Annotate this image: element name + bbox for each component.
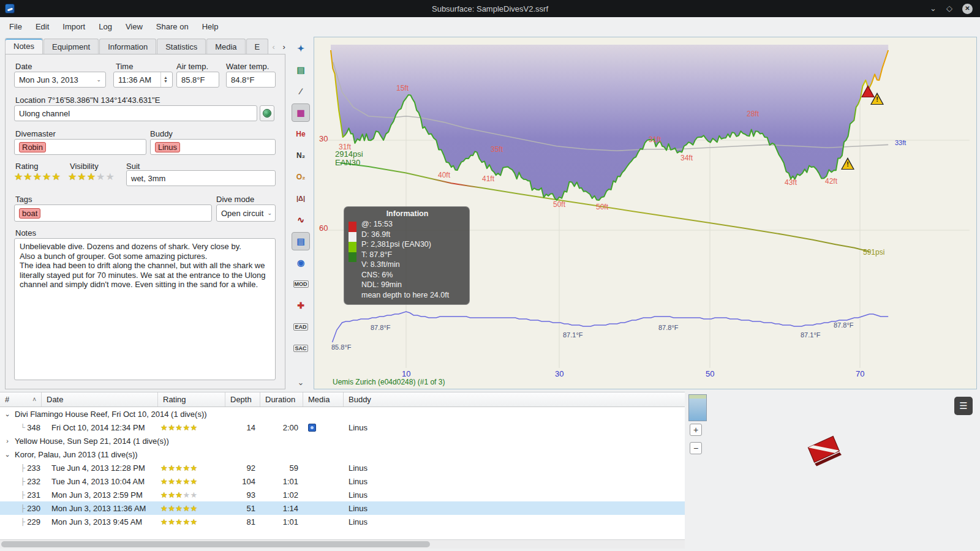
close-button[interactable]: ✕ — [962, 4, 973, 14]
picture-icon[interactable]: ▤ — [292, 61, 310, 79]
maximize-button[interactable]: ◇ — [946, 4, 952, 13]
menu-edit[interactable]: Edit — [29, 18, 56, 35]
dive-row[interactable]: ├233 Tue Jun 4, 2013 12:28 PM ★★★★★ 92 5… — [0, 461, 685, 474]
notes-label: Notes — [15, 228, 36, 238]
col-buddy[interactable]: Buddy — [344, 392, 685, 407]
photos-indicator-icon[interactable] — [308, 424, 316, 432]
map-menu-button[interactable]: ☰ — [954, 397, 973, 415]
gas-drop-icon[interactable]: ◉ — [292, 253, 310, 272]
dive-flag-marker[interactable] — [805, 433, 847, 471]
water-temp-field[interactable]: 84.8°F — [226, 72, 276, 88]
col-rating[interactable]: Rating — [158, 392, 225, 407]
minimize-button[interactable]: ⌄ — [930, 4, 937, 13]
col-duration[interactable]: Duration — [260, 392, 303, 407]
date-combobox[interactable]: Mon Jun 3, 2013 ⌄ — [14, 72, 106, 88]
rating-stars[interactable]: ★★★★★ — [14, 171, 61, 182]
tree-branch: ├ — [21, 478, 26, 485]
dive-row[interactable]: ├229 Mon Jun 3, 2013 9:45 AM ★★★★★ 81 1:… — [0, 515, 685, 528]
trip-row[interactable]: › Yellow House, Sun Sep 21, 2014 (1 dive… — [0, 434, 685, 448]
trip-row[interactable]: ⌄ Koror, Palau, Jun 2013 (11 dive(s)) — [0, 448, 685, 461]
ead-icon[interactable]: EAD — [292, 318, 310, 336]
notes-textarea[interactable]: Unbelievable dive. Dozens and dozens of … — [14, 238, 276, 380]
tags-input[interactable]: boat — [14, 204, 212, 222]
dive-mode-select[interactable]: Open circuit ⌄ — [216, 204, 276, 222]
ruler-icon[interactable]: ∕ — [292, 82, 310, 100]
tab-statistics[interactable]: Statistics — [157, 39, 206, 54]
globe-button[interactable] — [260, 105, 274, 121]
notes-tab-page: Date Time Air temp. Water temp. Mon Jun … — [5, 54, 285, 389]
tooltip-color-strip — [349, 222, 356, 262]
warning-icon[interactable]: ! — [870, 92, 884, 105]
depth-label: 40ft — [438, 171, 450, 179]
map-zoom-out-button[interactable]: − — [690, 442, 702, 454]
menu-log[interactable]: Log — [92, 18, 119, 35]
tab-media[interactable]: Media — [206, 39, 245, 54]
visibility-stars[interactable]: ★★★★★ — [68, 171, 115, 182]
map-overview-thumbnail[interactable] — [688, 394, 707, 421]
tab-equipment[interactable]: Equipment — [43, 39, 99, 54]
col-date[interactable]: Date — [42, 392, 158, 407]
menu-help[interactable]: Help — [195, 18, 225, 35]
air-temp-field[interactable]: 85.8°F — [176, 72, 219, 88]
heartrate-icon[interactable]: ∿ — [292, 211, 310, 229]
divemaster-input[interactable]: Robin — [14, 139, 146, 155]
spinner-arrows-icon[interactable]: ▲▼ — [160, 72, 168, 87]
scrollbar-handle[interactable] — [1, 541, 430, 547]
dive-computer-icon[interactable]: ✦ — [292, 39, 310, 58]
trip-row[interactable]: ⌄ Divi Flamingo House Reef, Fri Oct 10, … — [0, 407, 685, 421]
dive-number: 229 — [27, 517, 40, 527]
helium-icon[interactable]: He — [292, 125, 310, 143]
photos-icon[interactable]: ▤ — [292, 232, 310, 250]
dive-row[interactable]: ├232 Tue Jun 4, 2013 10:04 AM ★★★★★ 104 … — [0, 474, 685, 488]
dive-profile-panel[interactable]: 30 60 10 30 50 70 15ft 28ft 31ft 35ft 40… — [314, 37, 977, 389]
expand-arrow[interactable]: ⌄ — [4, 451, 10, 459]
mod-icon[interactable]: MOD — [292, 275, 310, 293]
col-media[interactable]: Media — [303, 392, 344, 407]
tab-notes[interactable]: Notes — [5, 38, 43, 54]
y-tick: 60 — [319, 223, 328, 233]
toolbar-more-icon[interactable]: ⌄ — [298, 378, 304, 387]
expand-arrow[interactable]: ⌄ — [4, 410, 10, 418]
tree-branch: ├ — [21, 504, 26, 512]
tab-information[interactable]: Information — [99, 39, 156, 54]
oxygen-icon[interactable]: O₂ — [292, 168, 310, 186]
menu-file[interactable]: File — [2, 18, 29, 35]
dive-row[interactable]: └348 Fri Oct 10, 2014 12:34 PM ★★★★★ 14 … — [0, 421, 685, 434]
time-spinner[interactable]: 11:36 AM ▲▼ — [113, 72, 173, 88]
ceiling-icon[interactable]: ▦ — [292, 103, 310, 122]
dive-buddy: Linus — [344, 423, 685, 432]
menu-share-on[interactable]: Share on — [149, 18, 195, 35]
col-number[interactable]: #˄ — [0, 392, 42, 407]
trip-label: Divi Flamingo House Reef, Fri Oct 10, 20… — [15, 410, 207, 419]
menu-view[interactable]: View — [119, 18, 149, 35]
menu-import[interactable]: Import — [56, 18, 92, 35]
sac-icon[interactable]: SAC — [292, 339, 310, 358]
tag-chip: boat — [19, 208, 40, 219]
tooltip-title: Information — [350, 209, 464, 218]
deco-icon[interactable]: ✚ — [292, 296, 310, 315]
tab-extra[interactable]: E — [246, 39, 269, 54]
dive-mode-label: Dive mode — [216, 195, 254, 204]
suit-input[interactable]: wet, 3mm — [126, 170, 276, 186]
dive-row-selected[interactable]: ├230 Mon Jun 3, 2013 11:36 AM ★★★★★ 51 1… — [0, 501, 685, 515]
dive-row[interactable]: ├231 Mon Jun 3, 2013 2:59 PM ★★★★★ 93 1:… — [0, 488, 685, 501]
depth-label: 15ft — [396, 84, 409, 92]
nitrogen-icon[interactable]: N₂ — [292, 146, 310, 165]
horizontal-scrollbar[interactable] — [0, 539, 685, 549]
window-controls: ⌄ ◇ ✕ — [930, 4, 973, 14]
dive-number: 233 — [27, 463, 40, 473]
col-depth[interactable]: Depth — [225, 392, 260, 407]
temp-label: 87.8°F — [834, 321, 854, 329]
dive-list: #˄ Date Rating Depth Duration Media Budd… — [0, 392, 685, 549]
tab-scroll-left-icon[interactable]: ‹ — [269, 41, 278, 52]
expand-arrow[interactable]: › — [4, 437, 10, 444]
x-tick: 70 — [856, 369, 864, 378]
dive-site-map[interactable]: + − ☰ — [687, 392, 980, 549]
location-input[interactable]: Ulong channel — [14, 105, 257, 121]
buddy-chip: Linus — [155, 142, 180, 152]
map-zoom-in-button[interactable]: + — [690, 424, 702, 436]
warning-icon[interactable]: ! — [841, 157, 854, 170]
buddy-input[interactable]: Linus — [150, 139, 276, 155]
pressure-delta-icon[interactable]: |Δ| — [292, 189, 310, 208]
gas-label: EAN30 — [335, 159, 360, 167]
